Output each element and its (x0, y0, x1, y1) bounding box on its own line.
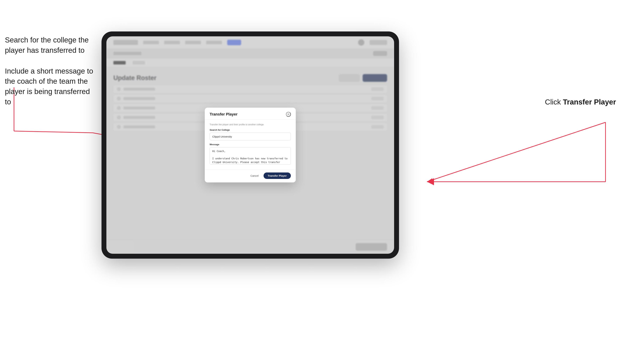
modal-subtitle: Transfer the player and their profile to… (210, 123, 291, 126)
modal-body: Transfer the player and their profile to… (205, 120, 296, 170)
annotation-transfer-bold: Transfer Player (563, 98, 616, 106)
tablet-frame: Update Roster (102, 31, 399, 259)
search-college-label: Search for College (210, 129, 291, 131)
left-annotations: Search for the college the player has tr… (5, 35, 96, 118)
message-textarea[interactable]: Hi Coach, I understand Chris Robertson h… (210, 147, 291, 165)
modal-title: Transfer Player (210, 112, 238, 117)
modal-overlay: Transfer Player × Transfer the player an… (106, 36, 394, 254)
cancel-button[interactable]: Cancel (248, 173, 261, 178)
transfer-player-button[interactable]: Transfer Player (264, 173, 291, 179)
annotation-message: Include a short message to the coach of … (5, 66, 96, 107)
message-label: Message (210, 143, 291, 146)
svg-line-4 (427, 122, 606, 182)
right-annotation: Click Transfer Player (545, 98, 616, 106)
annotation-click-text: Click (545, 98, 563, 106)
search-college-input[interactable] (210, 133, 291, 140)
tablet-screen: Update Roster (106, 36, 394, 254)
svg-line-3 (14, 131, 93, 133)
modal-close-button[interactable]: × (286, 112, 291, 117)
modal-footer: Cancel Transfer Player (205, 170, 296, 182)
svg-marker-5 (427, 178, 432, 183)
transfer-player-modal: Transfer Player × Transfer the player an… (205, 108, 296, 182)
svg-marker-8 (427, 178, 434, 185)
annotation-search: Search for the college the player has tr… (5, 35, 96, 56)
modal-header: Transfer Player × (205, 108, 296, 120)
